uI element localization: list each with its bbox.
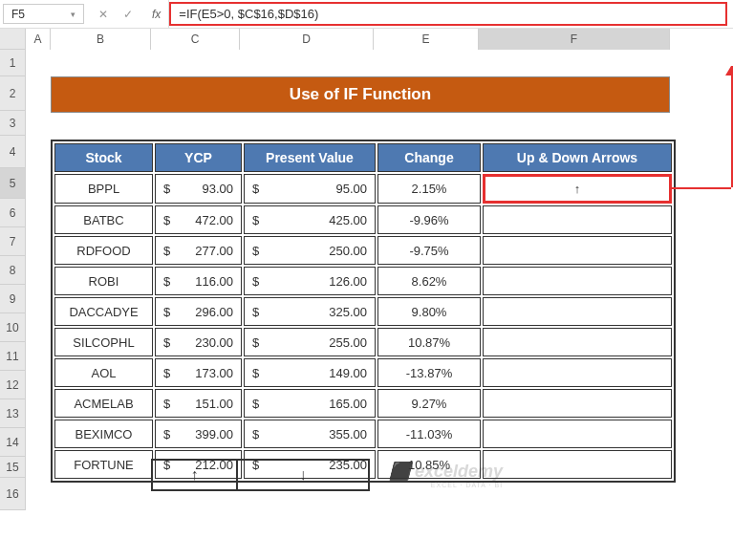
cell-change[interactable]: 10.87%: [377, 328, 481, 356]
cell-arrow[interactable]: [483, 267, 672, 295]
cell-stock[interactable]: BPPL: [54, 174, 153, 204]
cell-pv[interactable]: $255.00: [244, 328, 376, 356]
cell-ycp[interactable]: $116.00: [155, 267, 242, 295]
cell-pv[interactable]: $425.00: [244, 205, 376, 234]
cell-change[interactable]: -9.96%: [377, 205, 481, 234]
row-header[interactable]: 1: [0, 50, 25, 76]
cell-change[interactable]: 8.62%: [377, 267, 481, 295]
page-title: Use of IF Function: [51, 76, 670, 113]
cell-pv[interactable]: $355.00: [244, 420, 376, 448]
callout-line: [672, 187, 731, 189]
name-box[interactable]: F5 ▾: [3, 4, 84, 24]
row-header[interactable]: 15: [0, 457, 25, 478]
cell-ycp[interactable]: $151.00: [155, 389, 242, 418]
cell-stock[interactable]: SILCOPHL: [54, 328, 153, 356]
row-header[interactable]: 5: [0, 168, 25, 199]
row-header[interactable]: 10: [0, 313, 25, 342]
row-header[interactable]: 12: [0, 371, 25, 399]
cell-change[interactable]: 2.15%: [377, 174, 481, 204]
cell-ycp[interactable]: $472.00: [155, 205, 242, 234]
col-header-B[interactable]: B: [51, 29, 151, 50]
cell-arrow[interactable]: [483, 236, 672, 265]
cell-ycp[interactable]: $296.00: [155, 297, 242, 326]
arrow-reference-cells: ↑ ↓: [151, 459, 370, 491]
confirm-icon[interactable]: ✓: [119, 6, 137, 23]
row-header[interactable]: 9: [0, 285, 25, 313]
watermark-sub: EXCEL · DATA · BI: [389, 482, 503, 488]
down-arrow-cell[interactable]: ↓: [238, 459, 370, 491]
up-arrow-cell[interactable]: ↑: [151, 459, 238, 491]
name-box-value: F5: [11, 8, 25, 21]
th-stock: Stock: [54, 143, 153, 172]
row-header[interactable]: 3: [0, 111, 25, 136]
cell-ycp[interactable]: $93.00: [155, 174, 242, 204]
formula-bar: F5 ▾ ✕ ✓ fx =IF(E5>0, $C$16,$D$16): [0, 0, 733, 29]
table-row: ACMELAB $151.00 $165.00 9.27%: [54, 389, 672, 418]
cell-stock[interactable]: BATBC: [54, 205, 153, 234]
cell-pv[interactable]: $250.00: [244, 236, 376, 265]
callout-arrow-icon: [725, 66, 733, 75]
col-header-F[interactable]: F: [479, 29, 670, 50]
table-row: ROBI $116.00 $126.00 8.62%: [54, 267, 672, 295]
row-header[interactable]: 14: [0, 428, 25, 457]
cell-stock[interactable]: FORTUNE: [54, 450, 153, 479]
cell-pv[interactable]: $95.00: [244, 174, 376, 204]
cell-arrow[interactable]: [483, 450, 672, 479]
col-header-E[interactable]: E: [374, 29, 479, 50]
cell-ycp[interactable]: $173.00: [155, 358, 242, 387]
cell-change[interactable]: 10.85%: [377, 450, 481, 479]
cell-stock[interactable]: ROBI: [54, 267, 153, 295]
cell-arrow[interactable]: ↑: [483, 174, 672, 204]
cell-arrow[interactable]: [483, 389, 672, 418]
cell-pv[interactable]: $126.00: [244, 267, 376, 295]
col-header-C[interactable]: C: [151, 29, 240, 50]
select-all-corner[interactable]: [0, 29, 26, 50]
cell-stock[interactable]: ACMELAB: [54, 389, 153, 418]
cell-stock[interactable]: BEXIMCO: [54, 420, 153, 448]
th-arrows: Up & Down Arrows: [483, 143, 672, 172]
grid-content[interactable]: Use of IF Function ⬛ exceldemy EXCEL · D…: [26, 50, 733, 510]
col-header-A[interactable]: A: [26, 29, 51, 50]
cell-change[interactable]: 9.27%: [377, 389, 481, 418]
cell-arrow[interactable]: [483, 205, 672, 234]
cell-arrow[interactable]: [483, 328, 672, 356]
cell-change[interactable]: -9.75%: [377, 236, 481, 265]
formula-input[interactable]: =IF(E5>0, $C$16,$D$16): [169, 2, 727, 26]
table-row: RDFOOD $277.00 $250.00 -9.75%: [54, 236, 672, 265]
table-row: BEXIMCO $399.00 $355.00 -11.03%: [54, 420, 672, 448]
row-header[interactable]: 16: [0, 478, 25, 510]
row-header[interactable]: 6: [0, 199, 25, 227]
table-header-row: Stock YCP Present Value Change Up & Down…: [54, 143, 672, 172]
row-header[interactable]: 11: [0, 342, 25, 371]
col-header-D[interactable]: D: [240, 29, 374, 50]
th-ycp: YCP: [155, 143, 242, 172]
table-row: SILCOPHL $230.00 $255.00 10.87%: [54, 328, 672, 356]
cell-change[interactable]: -13.87%: [377, 358, 481, 387]
cell-stock[interactable]: RDFOOD: [54, 236, 153, 265]
cell-ycp[interactable]: $230.00: [155, 328, 242, 356]
cell-pv[interactable]: $325.00: [244, 297, 376, 326]
cancel-icon[interactable]: ✕: [95, 6, 112, 23]
fx-label[interactable]: fx: [144, 0, 169, 28]
cell-stock[interactable]: AOL: [54, 358, 153, 387]
cell-stock[interactable]: DACCADYE: [54, 297, 153, 326]
cell-arrow[interactable]: [483, 420, 672, 448]
row-header[interactable]: 2: [0, 76, 25, 111]
row-header[interactable]: 8: [0, 256, 25, 285]
dropdown-icon[interactable]: ▾: [71, 10, 75, 19]
row-header[interactable]: 13: [0, 399, 25, 428]
cell-change[interactable]: 9.80%: [377, 297, 481, 326]
cell-arrow[interactable]: [483, 358, 672, 387]
th-change: Change: [377, 143, 481, 172]
cell-pv[interactable]: $149.00: [244, 358, 376, 387]
cell-pv[interactable]: $165.00: [244, 389, 376, 418]
table-row: AOL $173.00 $149.00 -13.87%: [54, 358, 672, 387]
cell-arrow[interactable]: [483, 297, 672, 326]
cell-ycp[interactable]: $399.00: [155, 420, 242, 448]
cell-ycp[interactable]: $277.00: [155, 236, 242, 265]
sheet-area: 1 2 3 4 5 6 7 8 9 10 11 12 13 14 15 16 U…: [0, 50, 733, 510]
formula-buttons: ✕ ✓: [87, 0, 144, 28]
row-header[interactable]: 4: [0, 136, 25, 168]
row-header[interactable]: 7: [0, 227, 25, 256]
cell-change[interactable]: -11.03%: [377, 420, 481, 448]
